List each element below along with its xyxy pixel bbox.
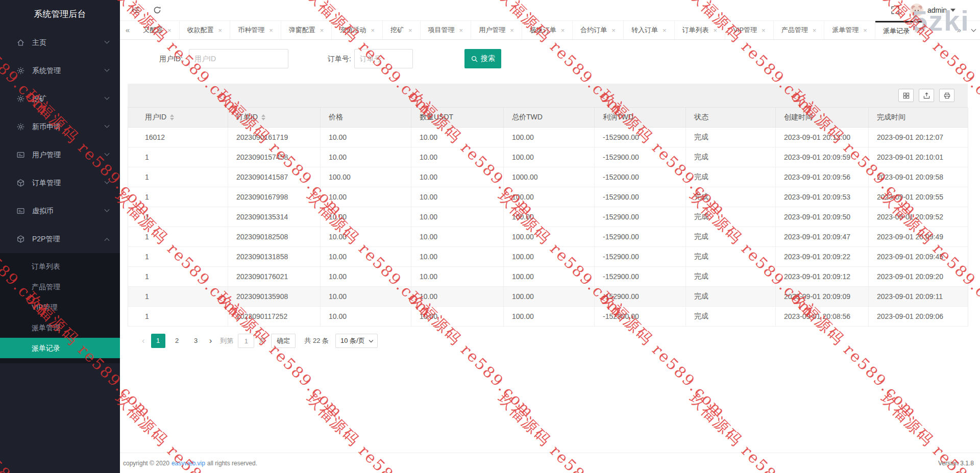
close-tab-icon[interactable]: × [371,27,375,34]
sidebar-item-P2P管理[interactable]: P2P管理 [0,225,120,253]
jump-page-input[interactable] [238,334,254,348]
cell-状态: 完成 [686,127,776,147]
close-tab-icon[interactable]: × [611,27,616,34]
cell-创建时间: 2023-09-01 20:09:22 [776,246,869,266]
cell-订单ID: 2023090167998 [228,187,321,207]
close-tab-icon[interactable]: × [408,27,412,34]
sort-icon[interactable] [261,114,265,120]
close-tab-icon[interactable]: × [320,27,324,34]
sort-icon[interactable] [170,114,174,120]
close-tab-icon[interactable]: × [167,27,172,34]
sidebar-item-虚拟币[interactable]: 虚拟币 [0,197,120,225]
cell-价格: 10.00 [321,286,411,306]
sidebar-subitem-派单管理[interactable]: 派单管理 [0,317,120,338]
cell-利润TWD: -152900.00 [595,147,686,167]
close-tab-icon[interactable]: × [914,27,918,35]
tab-又配置[interactable]: 又配置× [135,21,180,39]
sidebar-subitem-订单列表[interactable]: 订单列表 [0,256,120,277]
sidebar-item-主页[interactable]: 主页 [0,29,120,57]
footer-link[interactable]: easyweb.vip [172,460,205,467]
tab-弹窗配置[interactable]: 弹窗配置× [281,21,332,39]
close-tab-icon[interactable]: × [762,27,766,34]
sidebar-submenu: 订单列表产品管理VIP管理派单管理派单记录 [0,253,120,363]
close-tab-icon[interactable]: × [714,27,718,34]
close-tab-icon[interactable]: × [813,27,817,34]
tab-合约订单[interactable]: 合约订单× [573,21,624,39]
avatar[interactable] [910,4,923,17]
tabs-scroll-left[interactable]: « [120,21,135,39]
jump-confirm-button[interactable]: 确定 [271,334,296,348]
column-header-用户ID[interactable]: 用户ID [128,108,228,127]
close-tab-icon[interactable]: × [863,27,867,34]
cell-利润TWD: -152900.00 [595,266,686,286]
chevron-up-icon [105,238,110,243]
page-next-icon[interactable]: › [208,336,214,346]
sidebar-item-新币申请[interactable]: 新币申请 [0,113,120,141]
table-row: 12023090141587100.0010.001000.00-152000.… [128,167,968,187]
collapse-sidebar-icon[interactable] [131,6,140,15]
tab-派单管理[interactable]: 派单管理× [824,21,875,39]
page-number-1[interactable]: 1 [151,334,165,348]
version-label: Version 3.1.8 [938,460,974,467]
cell-完成时间: 2023-09-01 20:09:20 [869,266,968,286]
tab-挖矿[interactable]: 挖矿× [383,21,421,39]
tab-VIP管理[interactable]: VIP管理× [725,21,774,39]
sidebar-item-系统管理[interactable]: 系统管理 [0,57,120,85]
close-tab-icon[interactable]: × [561,27,565,34]
close-tab-icon[interactable]: × [459,27,463,34]
cell-利润TWD: -152900.00 [595,246,686,266]
sidebar-item-挖矿[interactable]: 挖矿 [0,85,120,113]
topbar: admin [120,0,980,20]
sidebar-item-用户管理[interactable]: 用户管理 [0,141,120,169]
tabs-scroll-right[interactable]: » [951,21,967,39]
close-tab-icon[interactable]: × [663,27,667,34]
cell-订单ID: 2023090135314 [228,207,321,227]
copyright-prefix: copyright © 2020 [123,460,169,467]
table-row: 1202309015745810.0010.00100.00-152900.00… [128,147,968,167]
tab-派单记录[interactable]: 派单记录× [875,21,926,39]
sidebar-subitem-派单记录[interactable]: 派单记录 [0,338,120,358]
tab-转入订单[interactable]: 转入订单× [624,21,675,39]
page-size-select[interactable]: 10 条/页 [335,334,378,348]
print-icon[interactable] [939,89,954,102]
grid-columns-icon[interactable] [898,89,914,102]
settings-icon [16,66,25,75]
tab-收款配置[interactable]: 收款配置× [180,21,231,39]
cell-价格: 10.00 [321,127,411,147]
tab-极速订单[interactable]: 极速订单× [522,21,573,39]
close-tab-icon[interactable]: × [218,27,223,34]
refresh-icon[interactable] [153,6,162,15]
export-icon[interactable] [919,89,934,102]
tab-产品管理[interactable]: 产品管理× [774,21,825,39]
cell-状态: 完成 [686,187,776,207]
tab-充值活动[interactable]: 充值活动× [332,21,383,39]
pagination: ‹ 123 › 到第 页 确定 共 22 条 10 条/页 [140,333,378,348]
page-prev-icon[interactable]: ‹ [140,336,146,346]
cell-数量USDT: 10.00 [411,266,504,286]
order-no-input[interactable] [354,49,413,68]
main-content: 用户ID: 订单号: 搜索 用户ID订单ID价格数量USDT总价TWD利润TWD… [120,40,980,453]
tab-币种管理[interactable]: 币种管理× [230,21,281,39]
page-number-3[interactable]: 3 [189,334,203,348]
tab-订单列表[interactable]: 订单列表× [675,21,726,39]
close-tab-icon[interactable]: × [269,27,273,34]
sidebar-subitem-VIP管理[interactable]: VIP管理 [0,297,120,317]
tab-项目管理[interactable]: 项目管理× [421,21,472,39]
cell-完成时间: 2023-09-01 20:09:58 [869,167,968,187]
table-row: 1202309013185810.0010.00100.00-152900.00… [128,246,968,266]
cell-利润TWD: -152900.00 [595,127,686,147]
tabs-dropdown[interactable] [967,21,980,39]
close-tab-icon[interactable]: × [510,27,514,34]
user-id-input[interactable] [189,49,288,68]
search-button[interactable]: 搜索 [464,49,501,68]
jump-unit: 页 [259,336,265,345]
user-menu[interactable]: admin [927,0,955,20]
cell-用户ID: 1 [128,227,228,246]
column-header-订单ID[interactable]: 订单ID [228,108,321,127]
page-number-2[interactable]: 2 [170,334,184,348]
tab-用户管理[interactable]: 用户管理× [471,21,522,39]
sidebar-subitem-产品管理[interactable]: 产品管理 [0,277,120,297]
column-header-价格: 价格 [321,108,411,127]
sidebar-item-订单管理[interactable]: 订单管理 [0,169,120,197]
fullscreen-icon[interactable] [891,6,900,15]
